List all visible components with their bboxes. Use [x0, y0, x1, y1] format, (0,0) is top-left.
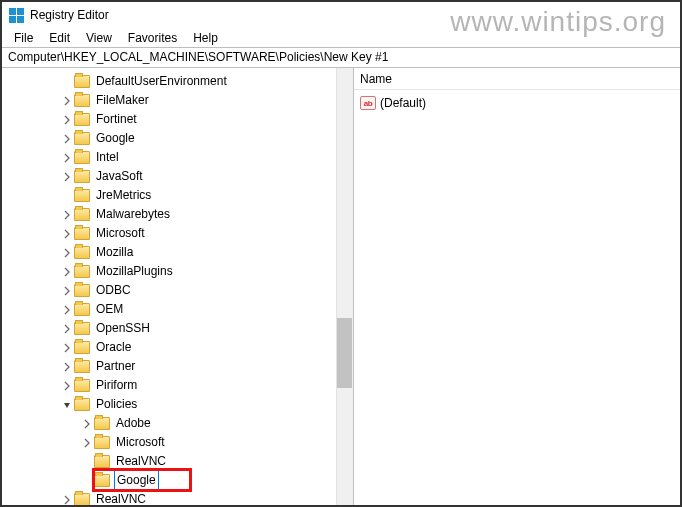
folder-icon — [94, 474, 110, 487]
tree-item[interactable]: ODBC — [2, 281, 353, 300]
address-bar[interactable]: Computer\HKEY_LOCAL_MACHINE\SOFTWARE\Pol… — [2, 48, 680, 68]
values-list[interactable]: ab(Default) — [354, 90, 680, 116]
string-value-icon: ab — [360, 96, 376, 110]
values-pane: Name ab(Default) — [354, 68, 680, 505]
content-area: DefaultUserEnvironmentFileMakerFortinetG… — [2, 68, 680, 505]
expand-arrow-icon[interactable] — [60, 110, 74, 129]
expand-arrow-icon[interactable] — [60, 205, 74, 224]
tree-item[interactable]: Piriform — [2, 376, 353, 395]
tree-item[interactable]: Fortinet — [2, 110, 353, 129]
tree-item-label: Mozilla — [94, 243, 135, 262]
expand-arrow-icon[interactable] — [60, 224, 74, 243]
expand-arrow-icon[interactable] — [60, 167, 74, 186]
folder-icon — [74, 493, 90, 505]
tree-item-label: MozillaPlugins — [94, 262, 175, 281]
tree-pane: DefaultUserEnvironmentFileMakerFortinetG… — [2, 68, 354, 505]
registry-tree[interactable]: DefaultUserEnvironmentFileMakerFortinetG… — [2, 68, 353, 505]
tree-item[interactable]: JavaSoft — [2, 167, 353, 186]
folder-icon — [74, 341, 90, 354]
menu-file[interactable]: File — [6, 29, 41, 47]
tree-item[interactable]: FileMaker — [2, 91, 353, 110]
expand-arrow-icon[interactable] — [80, 414, 94, 433]
registry-editor-window: www.wintips.org Registry Editor File Edi… — [0, 0, 682, 507]
expand-arrow-icon[interactable] — [60, 129, 74, 148]
folder-icon — [74, 398, 90, 411]
tree-item-label: Google — [94, 129, 137, 148]
menubar: File Edit View Favorites Help — [2, 28, 680, 48]
folder-icon — [74, 303, 90, 316]
folder-icon — [74, 151, 90, 164]
tree-item-label: FileMaker — [94, 91, 151, 110]
expand-arrow-icon[interactable] — [60, 262, 74, 281]
tree-item[interactable]: Partner — [2, 357, 353, 376]
tree-item[interactable]: Policies — [2, 395, 353, 414]
expand-arrow-icon[interactable] — [60, 376, 74, 395]
expand-arrow-icon[interactable] — [60, 281, 74, 300]
tree-item-label: DefaultUserEnvironment — [94, 72, 229, 91]
titlebar: Registry Editor — [2, 2, 680, 28]
tree-item-label: Microsoft — [114, 433, 167, 452]
value-name: (Default) — [380, 96, 426, 110]
tree-item-label: OEM — [94, 300, 125, 319]
menu-help[interactable]: Help — [185, 29, 226, 47]
tree-item-label: RealVNC — [114, 452, 168, 471]
expand-arrow-icon[interactable] — [60, 395, 74, 414]
expand-arrow-icon[interactable] — [60, 319, 74, 338]
folder-icon — [94, 455, 110, 468]
tree-item[interactable]: Mozilla — [2, 243, 353, 262]
tree-item[interactable]: Adobe — [2, 414, 353, 433]
tree-item[interactable]: Intel — [2, 148, 353, 167]
folder-icon — [74, 189, 90, 202]
column-header-name[interactable]: Name — [354, 68, 680, 90]
tree-item[interactable]: Google — [2, 471, 353, 490]
tree-item[interactable]: Microsoft — [2, 224, 353, 243]
expand-arrow-icon[interactable] — [60, 490, 74, 505]
tree-item[interactable]: DefaultUserEnvironment — [2, 72, 353, 91]
expand-arrow-icon[interactable] — [60, 148, 74, 167]
menu-favorites[interactable]: Favorites — [120, 29, 185, 47]
tree-item-label[interactable]: Google — [114, 470, 159, 491]
folder-icon — [74, 246, 90, 259]
folder-icon — [74, 322, 90, 335]
menu-edit[interactable]: Edit — [41, 29, 78, 47]
scrollbar-thumb[interactable] — [337, 318, 352, 388]
tree-item[interactable]: Microsoft — [2, 433, 353, 452]
tree-item[interactable]: MozillaPlugins — [2, 262, 353, 281]
expand-arrow-icon[interactable] — [60, 91, 74, 110]
folder-icon — [74, 284, 90, 297]
tree-item-label: Policies — [94, 395, 139, 414]
menu-view[interactable]: View — [78, 29, 120, 47]
expand-arrow-icon[interactable] — [60, 300, 74, 319]
folder-icon — [74, 170, 90, 183]
tree-item[interactable]: JreMetrics — [2, 186, 353, 205]
tree-item[interactable]: Oracle — [2, 338, 353, 357]
folder-icon — [74, 227, 90, 240]
folder-icon — [74, 208, 90, 221]
tree-item[interactable]: RealVNC — [2, 452, 353, 471]
expand-arrow-icon[interactable] — [80, 433, 94, 452]
tree-item-label: ODBC — [94, 281, 133, 300]
expand-arrow-icon[interactable] — [60, 357, 74, 376]
tree-item-label: Partner — [94, 357, 137, 376]
tree-item-label: Intel — [94, 148, 121, 167]
expand-arrow-icon[interactable] — [60, 338, 74, 357]
tree-item[interactable]: OEM — [2, 300, 353, 319]
expand-arrow-icon[interactable] — [60, 243, 74, 262]
value-row[interactable]: ab(Default) — [360, 94, 674, 112]
tree-item-label: JreMetrics — [94, 186, 153, 205]
tree-item[interactable]: RealVNC — [2, 490, 353, 505]
tree-item-label: Adobe — [114, 414, 153, 433]
tree-item-label: Piriform — [94, 376, 139, 395]
folder-icon — [94, 417, 110, 430]
tree-item[interactable]: OpenSSH — [2, 319, 353, 338]
tree-item-label: Microsoft — [94, 224, 147, 243]
tree-item-label: RealVNC — [94, 490, 148, 505]
tree-item[interactable]: Google — [2, 129, 353, 148]
tree-item-label: JavaSoft — [94, 167, 145, 186]
app-icon — [8, 7, 24, 23]
tree-scrollbar[interactable] — [336, 68, 353, 505]
tree-item[interactable]: Malwarebytes — [2, 205, 353, 224]
folder-icon — [74, 75, 90, 88]
folder-icon — [74, 379, 90, 392]
folder-icon — [74, 113, 90, 126]
